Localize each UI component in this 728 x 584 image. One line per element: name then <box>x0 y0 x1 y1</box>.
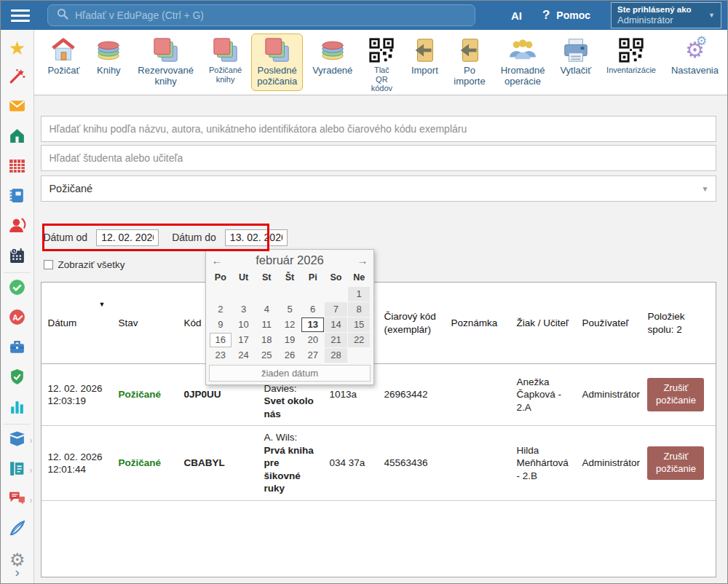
column-header-label: Dátum <box>47 317 76 328</box>
table-row: 12. 02. 202612:03:19Požičané0JP0UUGilles… <box>41 364 716 426</box>
toolbar-item-import[interactable]: Import <box>405 33 444 80</box>
toolbar-item-po-importe[interactable]: Po importe <box>448 33 491 91</box>
sidebar-expand-chevron-icon[interactable]: › <box>1 564 33 580</box>
toolbar-item-nastavenia[interactable]: ⚙⚙Nastavenia <box>665 33 724 80</box>
toolbar-item-hromadn-oper-cie[interactable]: Hromadné operácie <box>495 33 551 91</box>
calendar-prev-icon[interactable]: ← <box>209 254 225 267</box>
date-to-input[interactable] <box>225 229 288 246</box>
calendar-day[interactable]: 13 <box>301 317 324 332</box>
discarded-books-icon <box>319 36 347 64</box>
calendar-weekday-label: Ut <box>232 269 256 286</box>
calendar-day[interactable]: 23 <box>210 348 232 363</box>
calendar-day[interactable]: 2 <box>210 302 232 317</box>
calendar-day[interactable]: 15 <box>348 317 371 332</box>
sidebar-item-grading[interactable]: A <box>1 304 33 334</box>
sidebar-divider <box>4 272 31 273</box>
toolbar-item-label: Knihy <box>97 66 121 76</box>
calendar-day[interactable]: 6 <box>301 302 324 317</box>
sidebar-item-chat[interactable]: › <box>1 485 33 515</box>
help-button[interactable]: ? Pomoc <box>542 8 590 23</box>
cell-datum: 12. 02. 202612:03:19 <box>41 381 112 409</box>
recent-loans-icon <box>264 36 291 64</box>
no-date-button[interactable]: žiaden dátum <box>209 365 371 382</box>
toolbar-item-tla-qr-k-dov[interactable]: Tlač QR kódov <box>362 33 401 97</box>
cancel-loan-button[interactable]: Zrušiť požičanie <box>647 446 704 480</box>
cancel-loan-button[interactable]: Zrušiť požičanie <box>647 378 704 411</box>
column-header-polozky: Položiek spolu: 2 <box>641 310 716 336</box>
book-search-input[interactable] <box>41 116 716 142</box>
sidebar-item-magic-wand[interactable] <box>1 63 33 92</box>
toolbar-item-vytla-i[interactable]: Vytlačiť <box>554 33 597 80</box>
sidebar-item-home[interactable] <box>1 122 33 152</box>
sidebar-item-notebook[interactable] <box>1 182 33 212</box>
sidebar-item-approval-check[interactable] <box>1 274 33 304</box>
calendar-day[interactable]: 28 <box>325 348 347 363</box>
calendar-day[interactable]: 12 <box>279 317 301 332</box>
calendar-day[interactable]: 20 <box>301 333 324 347</box>
calendar-day[interactable]: 4 <box>256 302 278 317</box>
sidebar-item-person[interactable] <box>1 212 33 242</box>
toolbar-item-label: Požičané knihy <box>209 66 242 84</box>
home-icon <box>8 127 26 148</box>
svg-text:A: A <box>12 314 18 322</box>
calendar-day[interactable]: 22 <box>348 333 371 347</box>
sidebar-item-pen[interactable] <box>1 515 33 545</box>
toolbar-item-posledn-po-i-ania[interactable]: Posledné požičania <box>251 33 303 91</box>
sidebar-item-bar-chart[interactable] <box>1 393 33 423</box>
status-select[interactable]: Požičané ▼ <box>41 175 716 202</box>
calendar-day[interactable]: 10 <box>232 317 255 332</box>
sidebar-item-documents[interactable]: › <box>1 455 33 485</box>
calendar-day[interactable]: 14 <box>325 317 347 332</box>
ai-button[interactable]: AI <box>511 9 522 22</box>
hamburger-menu-icon[interactable] <box>11 9 36 22</box>
calendar-day[interactable]: 9 <box>210 317 232 332</box>
chevron-right-icon: › <box>29 465 32 476</box>
question-mark-icon: ? <box>542 8 550 23</box>
toolbar-item-rezervovan-knihy[interactable]: Rezervované knihy <box>132 33 199 91</box>
toolbar-item-inventariz-cie[interactable]: Inventarizácie <box>601 33 662 79</box>
person-search-input[interactable] <box>41 145 716 171</box>
calendar-title: február 2026 <box>225 253 355 267</box>
calendar-day[interactable]: 3 <box>232 302 255 317</box>
sidebar-item-library[interactable]: › <box>1 425 33 455</box>
calendar-weekday-label: Ne <box>347 269 371 286</box>
global-search[interactable] <box>47 4 475 26</box>
loan-date: 12. 02. 2026 <box>47 382 106 395</box>
calendar-day[interactable]: 24 <box>232 348 255 363</box>
toolbar-item-po-i-a[interactable]: Požičať <box>41 33 85 80</box>
date-from-input[interactable] <box>96 229 159 246</box>
column-header-datum: Dátum▼ <box>41 317 112 330</box>
chat-icon <box>8 489 26 510</box>
calendar-day[interactable]: 7 <box>325 302 347 317</box>
calendar-day[interactable]: 19 <box>279 333 301 347</box>
sidebar-item-calendar-clock[interactable] <box>1 242 33 272</box>
toolbar-item-label: Hromadné operácie <box>501 66 545 87</box>
column-header-label: Čiarový kód (exemplár) <box>384 311 435 335</box>
calendar-day[interactable]: 26 <box>279 348 301 363</box>
calendar-day[interactable]: 1 <box>348 287 371 301</box>
sidebar-item-star[interactable]: ★ <box>1 33 33 63</box>
calendar-next-icon[interactable]: → <box>355 254 371 267</box>
calendar-day[interactable]: 25 <box>256 348 278 363</box>
logged-in-as-label: Ste prihlásený ako <box>617 4 692 15</box>
calendar-day[interactable]: 16 <box>210 333 232 347</box>
sidebar-item-shield-check[interactable] <box>1 363 33 393</box>
toolbar-item-po-i-an-knihy[interactable]: Požičané knihy <box>203 33 248 87</box>
calendar-day[interactable]: 18 <box>256 333 278 347</box>
sidebar-item-timetable[interactable] <box>1 152 33 182</box>
calendar-day[interactable]: 17 <box>232 333 255 347</box>
global-search-input[interactable] <box>75 9 466 21</box>
calendar-day[interactable]: 5 <box>279 302 301 317</box>
qr-print-icon <box>368 36 395 64</box>
cell-pouzivatel: Administrátor <box>576 387 641 403</box>
calendar-day[interactable]: 27 <box>301 348 324 363</box>
toolbar-item-vyraden[interactable]: Vyradené <box>306 33 358 80</box>
show-all-checkbox[interactable] <box>44 260 53 269</box>
toolbar-item-knihy[interactable]: Knihy <box>89 33 128 80</box>
calendar-day[interactable]: 21 <box>325 333 347 347</box>
sidebar-item-mail[interactable] <box>1 92 33 122</box>
user-menu[interactable]: Ste prihlásený ako Administrátor ▼ <box>611 2 721 28</box>
sidebar-item-briefcase[interactable] <box>1 334 33 363</box>
calendar-day[interactable]: 11 <box>256 317 278 332</box>
calendar-day[interactable]: 8 <box>348 302 371 317</box>
